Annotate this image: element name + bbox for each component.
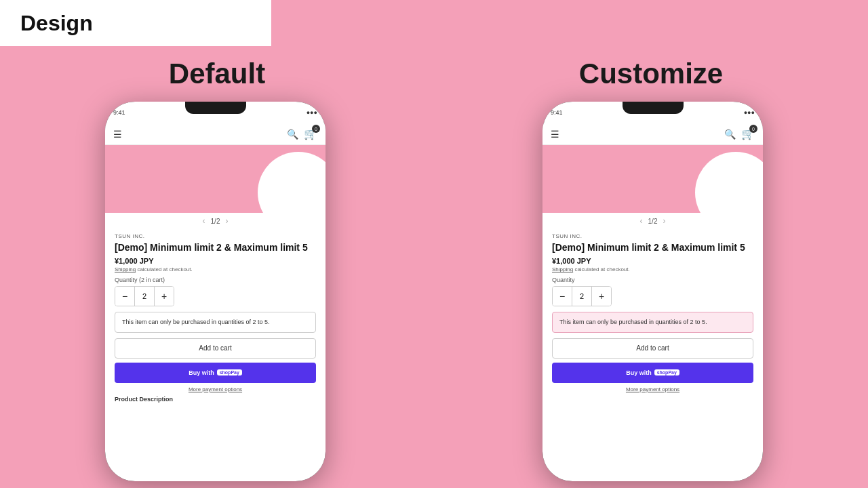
- image-nav-left: ‹ 1/2 ›: [105, 213, 326, 229]
- shipping-right: Shipping calculated at checkout.: [552, 266, 753, 272]
- brand-right: TSUN INC.: [552, 233, 753, 239]
- search-icon-left[interactable]: 🔍: [287, 129, 298, 140]
- product-shape-left: [258, 152, 326, 213]
- buy-shop-pay-left[interactable]: Buy with shopPay: [115, 363, 316, 383]
- phone-screen-right: ☰ 🔍 🛒 0 ‹ 1/2 › TSUN INC. [Demo] Minimum…: [542, 123, 763, 481]
- more-payment-left[interactable]: More payment options: [115, 386, 316, 392]
- phone-status-left-right: 9:41: [551, 109, 563, 116]
- nav-icons-right-left: 🔍 🛒 0: [287, 127, 317, 140]
- phone-default: 9:41 ●●● ☰ 🔍 🛒 0 ‹ 1/2 ›: [105, 102, 326, 481]
- qty-plus-right[interactable]: +: [592, 287, 611, 306]
- product-desc-left: Product Description: [105, 396, 326, 403]
- qty-value-right: 2: [572, 287, 592, 306]
- phone-notch-left: [185, 102, 246, 114]
- header-bar: Design: [0, 0, 271, 46]
- phone-status-right-left: ●●●: [307, 109, 317, 116]
- shipping-link-right[interactable]: Shipping: [552, 266, 573, 272]
- shipping-link-left[interactable]: Shipping: [115, 266, 136, 272]
- phone-top-bar-right: 9:41 ●●●: [542, 102, 763, 123]
- qty-plus-left[interactable]: +: [155, 287, 174, 306]
- quantity-controls-right: − 2 +: [552, 286, 612, 306]
- phone-top-bar-left: 9:41 ●●●: [105, 102, 326, 123]
- cart-icon-left[interactable]: 🛒 0: [304, 127, 317, 140]
- phone-status-right-right: ●●●: [744, 109, 755, 116]
- product-image-left: [105, 145, 326, 213]
- more-payment-right[interactable]: More payment options: [552, 386, 753, 392]
- warning-box-right: This item can only be purchased in quant…: [552, 312, 753, 333]
- product-title-left: [Demo] Minimum limit 2 & Maximum limit 5: [115, 241, 316, 253]
- default-section-label: Default: [0, 58, 434, 90]
- shop-pay-logo-right: shopPay: [654, 369, 679, 375]
- qty-minus-left[interactable]: −: [115, 287, 134, 306]
- product-info-left: TSUN INC. [Demo] Minimum limit 2 & Maxim…: [105, 229, 326, 392]
- menu-icon-right[interactable]: ☰: [551, 129, 559, 140]
- buy-btn-text-left: Buy with: [189, 369, 214, 376]
- prev-arrow-left[interactable]: ‹: [203, 216, 205, 226]
- qty-value-left: 2: [134, 287, 155, 306]
- warning-text-left: This item can only be purchased in quant…: [122, 318, 309, 327]
- screen-nav-left: ☰ 🔍 🛒 0: [105, 123, 326, 145]
- cart-icon-right[interactable]: 🛒 0: [741, 127, 755, 140]
- product-image-right: [542, 145, 763, 213]
- product-shape-right: [695, 152, 763, 213]
- quantity-label-right: Quantity: [552, 277, 753, 283]
- add-to-cart-left[interactable]: Add to cart: [115, 338, 316, 359]
- image-counter-right: 1/2: [648, 218, 658, 225]
- product-title-right: [Demo] Minimum limit 2 & Maximum limit 5: [552, 241, 753, 253]
- buy-shop-pay-right[interactable]: Buy with shopPay: [552, 363, 753, 383]
- image-nav-right: ‹ 1/2 ›: [542, 213, 763, 229]
- phone-notch-right: [623, 102, 684, 114]
- quantity-label-left: Quantity (2 in cart): [115, 277, 316, 283]
- phone-customize: 9:41 ●●● ☰ 🔍 🛒 0 ‹ 1/2 ›: [542, 102, 763, 481]
- next-arrow-left[interactable]: ›: [225, 216, 228, 226]
- add-to-cart-right[interactable]: Add to cart: [552, 338, 753, 359]
- header-title: Design: [20, 11, 93, 36]
- price-left: ¥1,000 JPY: [115, 257, 316, 265]
- warning-text-right: This item can only be purchased in quant…: [559, 318, 746, 327]
- buy-btn-text-right: Buy with: [626, 369, 652, 376]
- menu-icon-left[interactable]: ☰: [113, 129, 122, 140]
- shipping-left: Shipping calculated at checkout.: [115, 266, 316, 272]
- product-info-right: TSUN INC. [Demo] Minimum limit 2 & Maxim…: [542, 229, 763, 392]
- phone-status-left: 9:41: [113, 109, 125, 116]
- image-counter-left: 1/2: [211, 218, 220, 225]
- prev-arrow-right[interactable]: ‹: [640, 216, 643, 226]
- next-arrow-right[interactable]: ›: [663, 216, 665, 226]
- customize-section-label: Customize: [434, 58, 868, 90]
- quantity-controls-left: − 2 +: [115, 286, 174, 306]
- search-icon-right[interactable]: 🔍: [724, 129, 736, 140]
- price-right: ¥1,000 JPY: [552, 257, 753, 265]
- shop-pay-logo-left: shopPay: [217, 369, 242, 375]
- brand-left: TSUN INC.: [115, 233, 316, 239]
- phone-screen-left: ☰ 🔍 🛒 0 ‹ 1/2 › TSUN INC. [Demo] Minimum…: [105, 123, 326, 481]
- warning-box-left: This item can only be purchased in quant…: [115, 312, 316, 333]
- qty-minus-right[interactable]: −: [553, 287, 572, 306]
- screen-nav-right: ☰ 🔍 🛒 0: [542, 123, 763, 145]
- nav-icons-right-right: 🔍 🛒 0: [724, 127, 755, 140]
